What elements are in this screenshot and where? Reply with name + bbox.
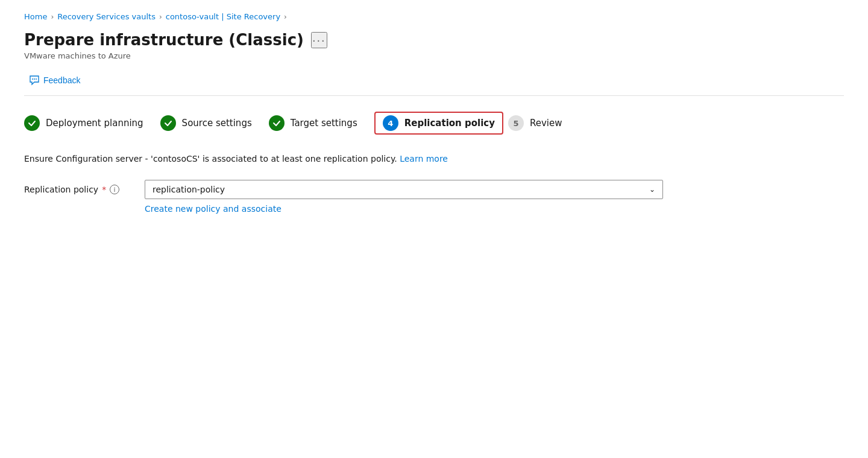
feedback-label: Feedback [43,75,80,85]
step-complete-icon-2 [160,115,176,131]
breadcrumb-vault-site-recovery[interactable]: contoso-vault | Site Recovery [166,12,280,21]
step-target-settings[interactable]: Target settings [269,110,370,136]
step-replication-policy-active[interactable]: 4 Replication policy [374,112,503,135]
step-label-review: Review [530,118,562,129]
form-label-replication-policy: Replication policy * i [24,180,133,194]
page-container: Home › Recovery Services vaults › contos… [0,0,868,458]
steps-bar: Deployment planning Source settings Targ… [24,110,844,136]
more-options-button[interactable]: ··· [311,32,327,48]
step-source-settings[interactable]: Source settings [160,110,264,136]
breadcrumb-sep-3: › [284,13,287,21]
svg-point-0 [32,78,33,80]
form-row-replication-policy: Replication policy * i replication-polic… [24,180,844,214]
info-text: Ensure Configuration server - 'contosoCS… [24,153,844,165]
learn-more-link[interactable]: Learn more [400,154,448,164]
breadcrumb: Home › Recovery Services vaults › contos… [24,12,844,21]
toolbar: Feedback [24,72,844,88]
breadcrumb-sep-1: › [51,13,54,21]
step-complete-icon-1 [24,115,40,131]
svg-point-2 [36,78,37,80]
divider [24,95,844,96]
info-tooltip-icon[interactable]: i [110,185,119,194]
step-review[interactable]: 5 Review [508,110,574,136]
breadcrumb-home[interactable]: Home [24,12,47,21]
page-title-row: Prepare infrastructure (Classic) ··· [24,31,844,49]
breadcrumb-sep-2: › [159,13,162,21]
form-control-wrapper: replication-policy ⌄ Create new policy a… [145,180,663,214]
create-new-policy-link[interactable]: Create new policy and associate [145,204,281,214]
chevron-down-icon: ⌄ [649,185,655,194]
info-text-content: Ensure Configuration server - 'contosoCS… [24,154,397,164]
page-subtitle: VMware machines to Azure [24,51,844,60]
step-complete-icon-3 [269,115,285,131]
step-label-deployment-planning: Deployment planning [46,118,143,129]
step-inactive-icon-5: 5 [508,115,524,131]
required-indicator: * [102,185,106,194]
step-active-icon-4: 4 [383,115,398,131]
step-label-target-settings: Target settings [291,118,357,129]
form-label-text: Replication policy [24,185,98,194]
step-label-replication-policy: Replication policy [404,118,495,129]
breadcrumb-recovery-vaults[interactable]: Recovery Services vaults [57,12,156,21]
select-value: replication-policy [153,185,225,194]
svg-point-1 [34,78,35,80]
feedback-button[interactable]: Feedback [24,72,85,88]
feedback-icon [29,75,40,86]
step-label-source-settings: Source settings [182,118,252,129]
replication-policy-select[interactable]: replication-policy ⌄ [145,180,663,199]
step-deployment-planning[interactable]: Deployment planning [24,110,156,136]
page-title: Prepare infrastructure (Classic) [24,31,304,49]
